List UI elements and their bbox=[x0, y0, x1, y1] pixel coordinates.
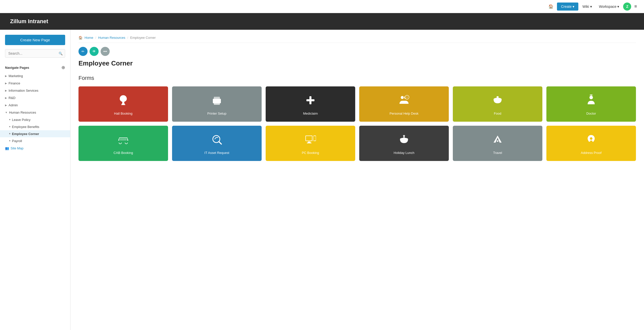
form-card-it-asset[interactable]: IT Asset Request bbox=[172, 126, 262, 161]
printer-setup-icon bbox=[211, 94, 223, 109]
svg-point-14 bbox=[494, 98, 502, 100]
hall-booking-icon bbox=[117, 94, 129, 109]
arrow-icon: ▶ bbox=[5, 75, 7, 77]
create-button[interactable]: Create ▾ bbox=[557, 3, 578, 11]
app-title: Zillum Intranet bbox=[10, 18, 48, 24]
sidebar-subitem-employee-benefits[interactable]: • Employee Benefits bbox=[0, 123, 70, 130]
sidebar-subitem-leave-policy[interactable]: • Leave Policy bbox=[0, 116, 70, 123]
form-card-hall-booking[interactable]: Hall Booking bbox=[78, 86, 168, 122]
address-proof-icon bbox=[585, 134, 597, 148]
sidebar-item-label: Information Services bbox=[9, 89, 38, 92]
dot-icon: • bbox=[9, 132, 11, 136]
breadcrumb-sep2: / bbox=[127, 36, 128, 40]
top-nav: 🏠 Create ▾ Wiki ▾ Workspace ▾ Z ≡ bbox=[0, 0, 644, 13]
sidebar: Create New Page 🔍 Navigate Pages ⊕ ▶ Mar… bbox=[0, 30, 70, 330]
svg-rect-29 bbox=[314, 142, 315, 144]
home-icon: 🏠 bbox=[548, 4, 553, 9]
svg-text:!: ! bbox=[407, 96, 407, 99]
mediclaim-icon bbox=[304, 94, 316, 109]
site-map-icon: 👥 bbox=[5, 146, 9, 150]
sidebar-subitem-payroll[interactable]: • Payroll bbox=[0, 137, 70, 144]
sidebar-item-label: Marketing bbox=[9, 74, 23, 78]
hamburger-icon: ≡ bbox=[634, 4, 637, 9]
create-new-page-button[interactable]: Create New Page bbox=[5, 35, 65, 45]
sidebar-item-admin[interactable]: ▶ Admin bbox=[0, 102, 70, 109]
food-label: Food bbox=[494, 112, 501, 115]
svg-rect-7 bbox=[306, 99, 314, 101]
it-asset-icon bbox=[211, 134, 223, 148]
more-button[interactable]: ••• bbox=[101, 47, 110, 56]
it-asset-label: IT Asset Request bbox=[205, 151, 229, 155]
sidebar-subitem-employee-corner[interactable]: • Employee Corner bbox=[0, 130, 70, 137]
svg-point-8 bbox=[401, 96, 404, 99]
form-card-doctor[interactable]: Doctor bbox=[546, 86, 636, 122]
view-button[interactable]: 👁 bbox=[90, 47, 99, 56]
search-container: 🔍 bbox=[5, 49, 65, 58]
dot-icon: • bbox=[9, 139, 11, 143]
hamburger-button[interactable]: ≡ bbox=[632, 2, 639, 11]
svg-point-5 bbox=[219, 100, 220, 101]
form-card-address-proof[interactable]: Address Proof bbox=[546, 126, 636, 161]
avatar[interactable]: Z bbox=[623, 3, 631, 11]
sidebar-item-rd[interactable]: ▶ R&D bbox=[0, 94, 70, 102]
arrow-icon: ▶ bbox=[5, 96, 7, 99]
arrow-icon: ▶ bbox=[5, 89, 7, 92]
home-button[interactable]: 🏠 bbox=[546, 2, 556, 11]
breadcrumb-level1-link[interactable]: Human Resources bbox=[98, 36, 125, 40]
form-card-personal-help[interactable]: ! Personal Help Desk bbox=[359, 86, 449, 122]
breadcrumb: 🏠 Home / Human Resources / Employee Corn… bbox=[78, 36, 636, 43]
site-map-link[interactable]: 👥 Site Map bbox=[0, 144, 70, 152]
breadcrumb-current: Employee Corner bbox=[130, 36, 156, 40]
sidebar-item-label: R&D bbox=[9, 96, 15, 100]
svg-rect-18 bbox=[120, 139, 127, 141]
add-nav-button[interactable]: ⊕ bbox=[61, 65, 65, 70]
svg-rect-13 bbox=[497, 96, 499, 98]
dot-icon: • bbox=[9, 118, 11, 122]
breadcrumb-home-link[interactable]: Home bbox=[85, 36, 93, 40]
food-icon bbox=[492, 94, 504, 109]
address-proof-label: Address Proof bbox=[581, 151, 601, 155]
form-card-printer-setup[interactable]: Printer Setup bbox=[172, 86, 262, 122]
svg-rect-3 bbox=[214, 97, 220, 99]
workspace-button[interactable]: Workspace ▾ bbox=[596, 3, 622, 11]
content-area: 🏠 Home / Human Resources / Employee Corn… bbox=[70, 30, 644, 330]
svg-rect-1 bbox=[121, 104, 125, 105]
svg-point-39 bbox=[590, 137, 592, 140]
sidebar-item-finance[interactable]: ▶ Finance bbox=[0, 80, 70, 87]
form-card-travel[interactable]: Travel bbox=[453, 126, 542, 161]
create-label: Create bbox=[561, 5, 572, 9]
form-card-holiday-lunch[interactable]: Holiday Lunch bbox=[359, 126, 449, 161]
arrow-down-icon: ▼ bbox=[5, 111, 8, 114]
svg-rect-28 bbox=[307, 143, 311, 143]
form-card-mediclaim[interactable]: Mediclaim bbox=[266, 86, 355, 122]
svg-rect-38 bbox=[590, 141, 592, 142]
svg-rect-26 bbox=[314, 136, 316, 141]
wiki-button[interactable]: Wiki ▾ bbox=[579, 3, 595, 11]
pc-booking-icon bbox=[304, 134, 316, 148]
sidebar-subitem-label: Employee Corner bbox=[12, 132, 39, 136]
holiday-lunch-icon bbox=[398, 134, 410, 148]
sidebar-item-human-resources[interactable]: ▼ Human Resources bbox=[0, 109, 70, 116]
edit-button[interactable]: ✏ bbox=[78, 47, 88, 56]
navigate-pages-label: Navigate Pages bbox=[5, 66, 29, 70]
sidebar-item-marketing[interactable]: ▶ Marketing bbox=[0, 72, 70, 80]
app-header: Zillum Intranet bbox=[0, 13, 644, 30]
personal-help-label: Personal Help Desk bbox=[390, 112, 419, 115]
sidebar-item-information-services[interactable]: ▶ Information Services bbox=[0, 87, 70, 94]
svg-point-36 bbox=[497, 140, 498, 142]
personal-help-icon: ! bbox=[398, 94, 410, 109]
form-card-cab-booking[interactable]: CAB Booking bbox=[78, 126, 168, 161]
svg-rect-33 bbox=[403, 135, 405, 137]
create-drop-icon: ▾ bbox=[573, 5, 574, 9]
dot-icon: • bbox=[9, 125, 11, 129]
page-title: Employee Corner bbox=[78, 59, 636, 67]
pc-booking-label: PC Booking bbox=[302, 151, 319, 155]
sidebar-item-label: Admin bbox=[9, 103, 18, 107]
breadcrumb-sep1: / bbox=[95, 36, 96, 40]
breadcrumb-home-icon: 🏠 bbox=[78, 36, 83, 40]
svg-rect-4 bbox=[214, 102, 220, 105]
form-card-pc-booking[interactable]: PC Booking bbox=[266, 126, 355, 161]
search-input[interactable] bbox=[5, 49, 65, 58]
form-card-food[interactable]: Food bbox=[453, 86, 542, 122]
sidebar-subitem-label: Employee Benefits bbox=[12, 125, 39, 129]
